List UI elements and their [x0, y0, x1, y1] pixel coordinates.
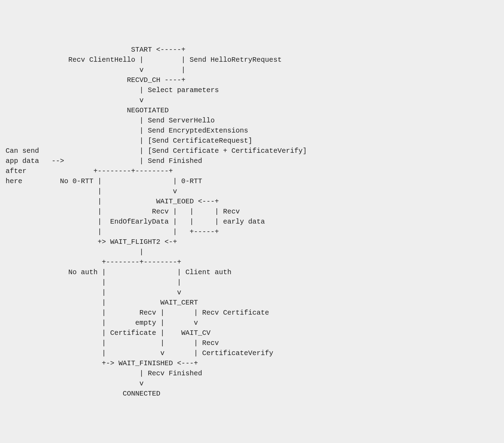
ascii-state-diagram: START <-----+ Recv ClientHello | | Send … — [6, 45, 498, 399]
